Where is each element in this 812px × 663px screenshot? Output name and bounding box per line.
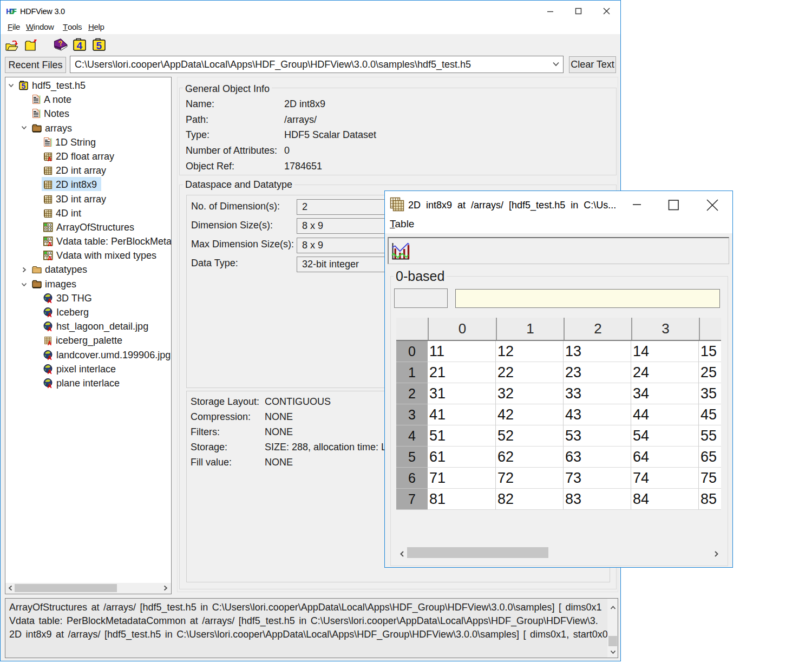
- svg-text:HDF: HDF: [6, 7, 17, 16]
- svg-text:?: ?: [58, 39, 63, 48]
- svg-text:A: A: [48, 255, 52, 261]
- svg-text:A: A: [48, 298, 52, 303]
- svg-text:A: A: [48, 326, 52, 331]
- svg-text:A: A: [48, 383, 52, 388]
- svg-text:4: 4: [77, 40, 83, 51]
- svg-text:A: A: [48, 369, 52, 374]
- svg-text:A: A: [48, 156, 51, 161]
- svg-text:A: A: [48, 355, 52, 360]
- svg-text:A: A: [48, 312, 52, 317]
- svg-text:A: A: [48, 340, 51, 345]
- svg-text:5: 5: [22, 82, 26, 90]
- svg-text:5: 5: [96, 40, 102, 51]
- svg-text:A: A: [48, 241, 52, 247]
